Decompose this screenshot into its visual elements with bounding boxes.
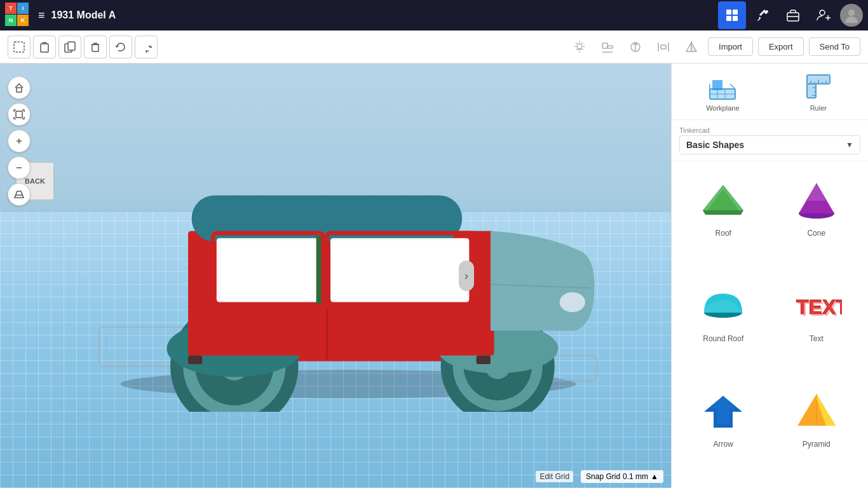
shape-set-selector[interactable]: Basic Shapes ▼ bbox=[679, 135, 860, 154]
briefcase-view-btn[interactable] bbox=[779, 1, 807, 29]
nav-right bbox=[718, 1, 863, 29]
svg-rect-12 bbox=[41, 44, 48, 52]
viewport-controls bbox=[8, 76, 31, 206]
tinkercad-logo[interactable]: T I N K bbox=[5, 3, 31, 28]
svg-rect-77 bbox=[712, 80, 722, 90]
svg-rect-61 bbox=[477, 356, 491, 364]
svg-marker-90 bbox=[703, 210, 743, 215]
svg-rect-2 bbox=[726, 16, 731, 21]
svg-marker-93 bbox=[807, 183, 826, 201]
logo-n: N bbox=[5, 15, 17, 26]
car-svg bbox=[64, 114, 633, 412]
svg-rect-3 bbox=[733, 16, 738, 21]
navbar: T I N K ≡ 1931 Model A bbox=[0, 0, 868, 30]
select-all-btn[interactable] bbox=[8, 36, 31, 58]
delete-btn[interactable] bbox=[84, 36, 107, 58]
text-label: Text bbox=[810, 334, 824, 343]
fit-view-btn[interactable] bbox=[8, 103, 31, 126]
mirror-btn[interactable] bbox=[680, 36, 703, 58]
svg-point-10 bbox=[848, 10, 855, 16]
svg-line-24 bbox=[576, 49, 577, 50]
flip-btn[interactable] bbox=[624, 36, 647, 58]
right-panel: Workplane Ruler bbox=[671, 64, 868, 488]
snap-grid-label: Snap Grid bbox=[586, 472, 620, 481]
workplane-label: Workplane bbox=[706, 104, 739, 112]
distribute-btn[interactable] bbox=[652, 36, 675, 58]
logo-t: T bbox=[5, 3, 17, 14]
svg-rect-56 bbox=[332, 240, 468, 301]
text-shape-icon: TEXT TEXT bbox=[791, 281, 842, 332]
svg-rect-65 bbox=[16, 111, 22, 118]
svg-point-63 bbox=[560, 292, 585, 312]
svg-rect-15 bbox=[92, 44, 98, 51]
svg-rect-11 bbox=[14, 42, 24, 52]
svg-point-16 bbox=[577, 44, 582, 49]
shape-item-cone[interactable]: Cone bbox=[773, 169, 861, 269]
roof-icon bbox=[698, 175, 749, 226]
main-layout: BACK › Edit Grid bbox=[0, 64, 868, 488]
edit-grid-label[interactable]: Edit Grid bbox=[536, 471, 573, 482]
snap-grid-control[interactable]: Snap Grid 0.1 mm ▲ bbox=[581, 470, 663, 483]
shape-item-arrow[interactable]: Arrow bbox=[679, 380, 768, 480]
duplicate-btn[interactable] bbox=[58, 36, 81, 58]
shape-selector: Tinkercad Basic Shapes ▼ bbox=[672, 120, 868, 161]
shapes-grid: Roof Cone bbox=[672, 161, 868, 488]
light-btn[interactable] bbox=[568, 36, 591, 58]
shape-set-label: Basic Shapes bbox=[686, 140, 744, 150]
svg-rect-60 bbox=[188, 356, 202, 364]
home-btn[interactable] bbox=[8, 76, 31, 99]
redo-btn[interactable] bbox=[135, 36, 158, 58]
svg-rect-1 bbox=[733, 10, 738, 15]
svg-rect-14 bbox=[68, 42, 75, 50]
svg-rect-32 bbox=[661, 45, 666, 49]
avatar[interactable] bbox=[840, 4, 863, 27]
shape-item-text[interactable]: TEXT TEXT Text bbox=[773, 274, 861, 375]
shape-item-pyramid[interactable]: Pyramid bbox=[773, 380, 861, 480]
grid-info: Edit Grid Snap Grid 0.1 mm ▲ bbox=[536, 470, 663, 483]
hammer-view-btn[interactable] bbox=[749, 1, 776, 29]
import-btn[interactable]: Import bbox=[708, 37, 753, 56]
car-area bbox=[64, 114, 633, 412]
round-roof-label: Round Roof bbox=[703, 334, 743, 343]
arrow-label: Arrow bbox=[714, 440, 733, 449]
svg-line-23 bbox=[582, 43, 583, 43]
snap-grid-arrow: ▲ bbox=[651, 472, 658, 481]
panel-top: Workplane Ruler bbox=[672, 64, 868, 120]
export-btn[interactable]: Export bbox=[758, 37, 804, 56]
svg-line-22 bbox=[582, 49, 583, 50]
undo-btn[interactable] bbox=[109, 36, 132, 58]
shape-item-roof[interactable]: Roof bbox=[679, 169, 768, 269]
svg-rect-25 bbox=[602, 43, 607, 48]
viewport[interactable]: BACK › Edit Grid bbox=[0, 64, 671, 488]
zoom-out-btn[interactable] bbox=[8, 156, 31, 179]
paste-btn[interactable] bbox=[33, 36, 56, 58]
svg-line-75 bbox=[730, 84, 735, 89]
sendto-btn[interactable]: Send To bbox=[809, 37, 860, 56]
svg-rect-53 bbox=[220, 240, 318, 301]
snap-grid-value: 0.1 mm bbox=[623, 472, 648, 481]
cone-icon bbox=[791, 175, 842, 226]
svg-marker-34 bbox=[691, 43, 696, 51]
panel-expand-btn[interactable]: › bbox=[459, 261, 474, 291]
ruler-tool[interactable]: Ruler bbox=[803, 71, 834, 112]
toolbar: Import Export Send To bbox=[0, 30, 868, 64]
zoom-in-btn[interactable] bbox=[8, 130, 31, 152]
round-roof-icon bbox=[698, 281, 749, 332]
align-btn[interactable] bbox=[596, 36, 619, 58]
svg-marker-33 bbox=[686, 43, 691, 51]
shape-category: Tinkercad bbox=[679, 126, 860, 134]
nav-list-icon[interactable]: ≡ bbox=[38, 9, 45, 22]
cone-label: Cone bbox=[807, 229, 825, 238]
workplane-tool[interactable]: Workplane bbox=[706, 71, 739, 112]
shape-item-round-roof[interactable]: Round Roof bbox=[679, 274, 768, 375]
logo-i: I bbox=[17, 3, 29, 14]
roof-label: Roof bbox=[715, 229, 731, 238]
svg-rect-0 bbox=[726, 10, 731, 15]
ruler-label: Ruler bbox=[810, 104, 827, 112]
arrow-shape-icon bbox=[698, 386, 749, 437]
pyramid-shape-icon bbox=[791, 386, 842, 437]
grid-view-btn[interactable] bbox=[718, 1, 746, 29]
add-user-btn[interactable] bbox=[810, 1, 837, 29]
svg-rect-26 bbox=[607, 46, 613, 48]
perspective-btn[interactable] bbox=[8, 183, 31, 206]
